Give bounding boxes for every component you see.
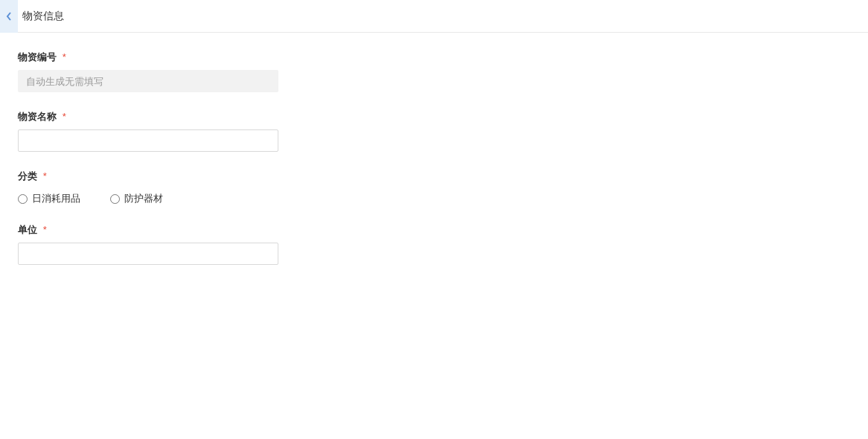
material-number-label: 物资编号 * [18, 51, 278, 64]
field-material-name: 物资名称 * [18, 110, 278, 152]
label-text: 物资名称 [18, 111, 57, 122]
unit-label: 单位 * [18, 223, 278, 237]
page-title: 物资信息 [18, 10, 64, 23]
radio-input-protective-equipment[interactable] [110, 194, 120, 204]
material-name-label: 物资名称 * [18, 110, 278, 124]
radio-label: 防护器材 [124, 192, 163, 205]
label-text: 单位 [18, 224, 37, 235]
required-marker: * [43, 170, 47, 182]
required-marker: * [63, 111, 66, 122]
form-area: 物资编号 * 物资名称 * 分类 * 日消耗用品 防护器材 单 [0, 33, 868, 265]
category-label: 分类 * [18, 170, 278, 183]
required-marker: * [43, 224, 47, 235]
material-number-input [18, 70, 278, 92]
radio-input-daily-consumables[interactable] [18, 194, 28, 204]
category-radio-group: 日消耗用品 防护器材 [18, 189, 278, 205]
material-name-input[interactable] [18, 129, 278, 152]
field-unit: 单位 * [18, 223, 278, 265]
radio-label: 日消耗用品 [32, 192, 80, 205]
page-header: 物资信息 [0, 0, 868, 33]
label-text: 物资编号 [18, 51, 57, 63]
chevron-left-icon [5, 11, 13, 22]
unit-input[interactable] [18, 243, 278, 265]
required-marker: * [63, 51, 66, 63]
label-text: 分类 [18, 170, 37, 182]
back-button[interactable] [0, 0, 18, 33]
field-category: 分类 * 日消耗用品 防护器材 [18, 170, 278, 205]
radio-option-protective-equipment[interactable]: 防护器材 [110, 192, 163, 205]
field-material-number: 物资编号 * [18, 51, 278, 92]
radio-option-daily-consumables[interactable]: 日消耗用品 [18, 192, 80, 205]
